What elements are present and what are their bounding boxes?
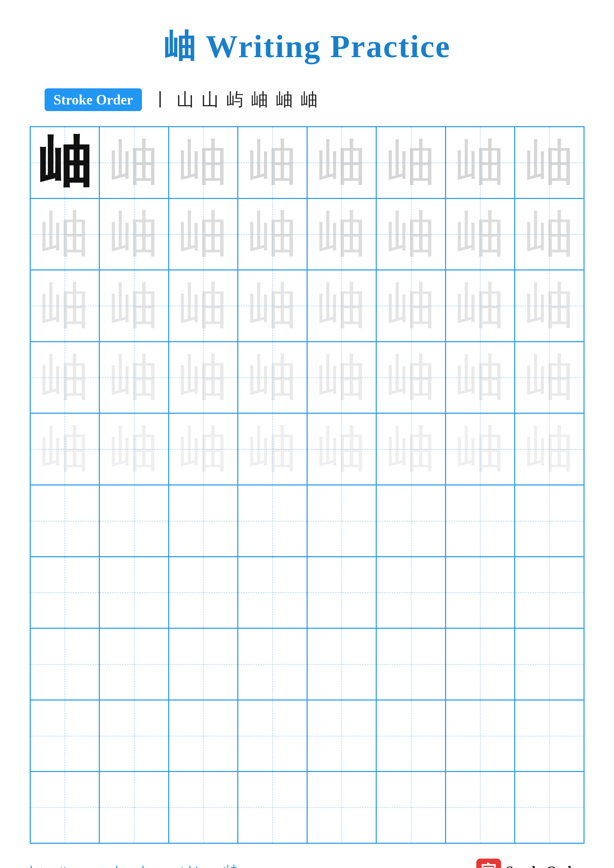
- grid-cell-r10c4[interactable]: [238, 772, 307, 843]
- grid-cell-r2c1[interactable]: 岫: [30, 198, 99, 270]
- grid-cell-r5c5[interactable]: 岫: [307, 413, 376, 485]
- grid-cell-r6c7[interactable]: [446, 485, 515, 557]
- grid-cell-r2c6[interactable]: 岫: [376, 198, 446, 270]
- grid-cell-r4c6[interactable]: 岫: [376, 342, 446, 414]
- grid-cell-r5c8[interactable]: 岫: [515, 413, 584, 485]
- grid-cell-r1c5[interactable]: 岫: [307, 127, 376, 198]
- grid-cell-r9c3[interactable]: [169, 700, 238, 772]
- grid-cell-r7c6[interactable]: [376, 557, 446, 628]
- grid-cell-r5c4[interactable]: 岫: [238, 413, 307, 485]
- grid-cell-r5c1[interactable]: 岫: [30, 413, 99, 485]
- grid-cell-r6c8[interactable]: [515, 485, 584, 557]
- grid-cell-r1c2[interactable]: 岫: [99, 127, 169, 198]
- stroke-seq-6: 岫: [276, 88, 293, 112]
- grid-cell-r7c3[interactable]: [169, 557, 238, 628]
- grid-cell-r6c5[interactable]: [307, 485, 376, 557]
- footer-url[interactable]: https://www.strokeorder.com/chinese/岫: [30, 862, 238, 868]
- grid-cell-r3c8[interactable]: 岫: [515, 270, 584, 342]
- grid-cell-r7c1[interactable]: [30, 557, 99, 628]
- grid-cell-r1c4[interactable]: 岫: [238, 127, 307, 198]
- grid-cell-r10c3[interactable]: [169, 772, 238, 843]
- grid-cell-r1c7[interactable]: 岫: [446, 127, 515, 198]
- grid-cell-r6c6[interactable]: [376, 485, 446, 557]
- grid-cell-r9c1[interactable]: [30, 700, 99, 772]
- char-trace: 岫: [455, 209, 505, 259]
- practice-grid: 岫 岫 岫 岫 岫 岫 岫 岫 岫 岫 岫: [30, 126, 584, 844]
- grid-cell-r2c7[interactable]: 岫: [446, 198, 515, 270]
- grid-cell-r6c4[interactable]: [238, 485, 307, 557]
- grid-cell-r5c2[interactable]: 岫: [99, 413, 169, 485]
- char-trace: 岫: [109, 138, 159, 187]
- grid-cell-r6c3[interactable]: [169, 485, 238, 557]
- grid-cell-r4c8[interactable]: 岫: [515, 342, 584, 414]
- grid-cell-r10c7[interactable]: [446, 772, 515, 843]
- stroke-order-badge: Stroke Order: [45, 88, 142, 111]
- stroke-seq-2: 山: [177, 88, 194, 112]
- grid-cell-r4c1[interactable]: 岫: [30, 342, 99, 414]
- grid-cell-r10c6[interactable]: [376, 772, 446, 843]
- grid-cell-r9c5[interactable]: [307, 700, 376, 772]
- grid-cell-r9c7[interactable]: [446, 700, 515, 772]
- grid-cell-r8c6[interactable]: [376, 628, 446, 700]
- grid-cell-r8c7[interactable]: [446, 628, 515, 700]
- grid-cell-r4c2[interactable]: 岫: [99, 342, 169, 414]
- grid-cell-r3c3[interactable]: 岫: [169, 270, 238, 342]
- char-solid: 岫: [37, 135, 92, 190]
- char-trace: 岫: [109, 424, 159, 474]
- char-trace: 岫: [40, 424, 89, 474]
- grid-cell-r4c4[interactable]: 岫: [238, 342, 307, 414]
- grid-cell-r2c5[interactable]: 岫: [307, 198, 376, 270]
- grid-cell-r4c3[interactable]: 岫: [169, 342, 238, 414]
- grid-cell-r8c4[interactable]: [238, 628, 307, 700]
- char-trace: 岫: [178, 424, 228, 474]
- grid-cell-r10c2[interactable]: [99, 772, 169, 843]
- char-trace: 岫: [317, 209, 366, 259]
- grid-cell-r8c1[interactable]: [30, 628, 99, 700]
- grid-cell-r3c7[interactable]: 岫: [446, 270, 515, 342]
- grid-cell-r5c6[interactable]: 岫: [376, 413, 446, 485]
- grid-cell-r9c8[interactable]: [515, 700, 584, 772]
- char-trace: 岫: [386, 281, 436, 330]
- char-trace: 岫: [455, 281, 505, 330]
- grid-cell-r2c8[interactable]: 岫: [515, 198, 584, 270]
- char-trace: 岫: [455, 353, 505, 402]
- grid-cell-r3c2[interactable]: 岫: [99, 270, 169, 342]
- char-trace: 岫: [40, 209, 89, 259]
- grid-cell-r9c4[interactable]: [238, 700, 307, 772]
- char-trace: 岫: [178, 138, 228, 187]
- grid-cell-r7c5[interactable]: [307, 557, 376, 628]
- grid-cell-r5c7[interactable]: 岫: [446, 413, 515, 485]
- grid-cell-r8c3[interactable]: [169, 628, 238, 700]
- grid-cell-r6c2[interactable]: [99, 485, 169, 557]
- grid-cell-r8c2[interactable]: [99, 628, 169, 700]
- grid-cell-r3c1[interactable]: 岫: [30, 270, 99, 342]
- char-trace: 岫: [317, 138, 366, 187]
- grid-cell-r4c5[interactable]: 岫: [307, 342, 376, 414]
- grid-cell-r1c8[interactable]: 岫: [515, 127, 584, 198]
- grid-cell-r10c8[interactable]: [515, 772, 584, 843]
- grid-cell-r10c1[interactable]: [30, 772, 99, 843]
- grid-cell-r5c3[interactable]: 岫: [169, 413, 238, 485]
- grid-cell-r2c2[interactable]: 岫: [99, 198, 169, 270]
- brand-icon: 字: [476, 859, 501, 868]
- grid-cell-r7c7[interactable]: [446, 557, 515, 628]
- grid-cell-r9c6[interactable]: [376, 700, 446, 772]
- grid-cell-r8c8[interactable]: [515, 628, 584, 700]
- grid-cell-r7c2[interactable]: [99, 557, 169, 628]
- grid-cell-r8c5[interactable]: [307, 628, 376, 700]
- grid-cell-r2c4[interactable]: 岫: [238, 198, 307, 270]
- grid-cell-r1c3[interactable]: 岫: [169, 127, 238, 198]
- brand-name: StrokeOrder: [505, 863, 584, 868]
- grid-cell-r6c1[interactable]: [30, 485, 99, 557]
- grid-cell-r3c4[interactable]: 岫: [238, 270, 307, 342]
- grid-cell-r2c3[interactable]: 岫: [169, 198, 238, 270]
- grid-cell-r4c7[interactable]: 岫: [446, 342, 515, 414]
- grid-cell-r10c5[interactable]: [307, 772, 376, 843]
- grid-cell-r7c8[interactable]: [515, 557, 584, 628]
- grid-cell-r3c5[interactable]: 岫: [307, 270, 376, 342]
- grid-cell-r1c6[interactable]: 岫: [376, 127, 446, 198]
- grid-cell-r1c1[interactable]: 岫: [30, 127, 99, 198]
- grid-cell-r3c6[interactable]: 岫: [376, 270, 446, 342]
- grid-cell-r7c4[interactable]: [238, 557, 307, 628]
- grid-cell-r9c2[interactable]: [99, 700, 169, 772]
